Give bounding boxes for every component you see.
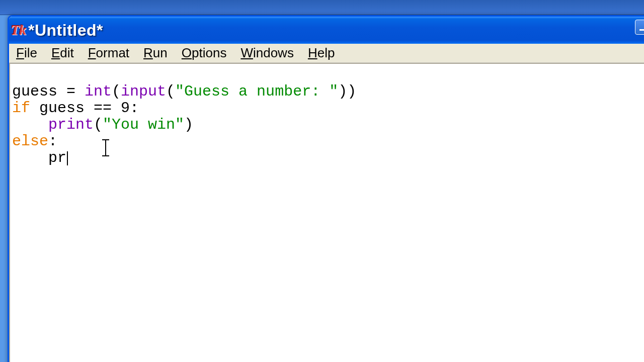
code-text: guess = — [12, 83, 85, 100]
code-indent — [12, 116, 48, 133]
minimize-button[interactable] — [635, 20, 644, 35]
string-literal: "Guess a number: " — [175, 83, 338, 100]
menu-windows[interactable]: Windows — [233, 44, 300, 62]
code-editor[interactable]: guess = int(input("Guess a number: ")) i… — [9, 63, 644, 362]
tk-feather-icon: Tk — [11, 23, 26, 38]
menubar: File Edit Format Run Options Windows Hel… — [9, 44, 644, 63]
code-text: pr — [48, 149, 66, 166]
editor-window: Tk *Untitled* File Edit Format Run Optio… — [8, 15, 644, 362]
menu-run[interactable]: Run — [136, 44, 175, 62]
code-text: )) — [338, 83, 356, 100]
menu-file[interactable]: File — [9, 44, 44, 62]
code-text: ( — [94, 116, 103, 133]
menu-options[interactable]: Options — [175, 44, 234, 62]
menu-format[interactable]: Format — [81, 44, 136, 62]
keyword-if: if — [12, 100, 30, 117]
desktop-background-strip — [0, 0, 644, 15]
builtin-int: int — [85, 83, 112, 100]
menu-help[interactable]: Help — [301, 44, 342, 62]
minimize-icon — [639, 29, 644, 31]
code-indent — [12, 149, 48, 166]
builtin-print: print — [48, 116, 94, 133]
code-text: ( — [112, 83, 121, 100]
keyword-else: else — [12, 133, 48, 150]
code-text: ) — [184, 116, 193, 133]
window-control-buttons — [635, 20, 644, 35]
code-text: ( — [166, 83, 175, 100]
builtin-input: input — [121, 83, 166, 100]
string-literal: "You win" — [103, 116, 184, 133]
text-caret — [67, 151, 68, 165]
ibeam-cursor-icon — [101, 139, 111, 156]
titlebar[interactable]: Tk *Untitled* — [9, 17, 644, 44]
menu-edit[interactable]: Edit — [44, 44, 81, 62]
code-text: guess == 9: — [30, 100, 139, 117]
window-title: *Untitled* — [28, 21, 103, 40]
code-text: : — [48, 133, 57, 150]
